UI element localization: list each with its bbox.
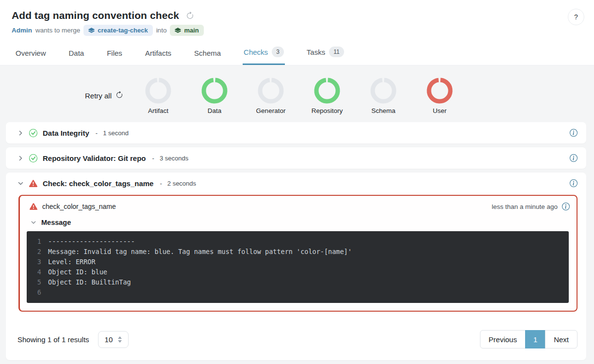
- results-footer: Showing 1 of 1 results 10 Previous 1 Nex…: [6, 322, 586, 360]
- page-size-select[interactable]: 10: [98, 331, 129, 348]
- merge-byline: Admin wants to merge create-tag-check in…: [12, 25, 582, 36]
- code-line: 2Message: Invalid tag name: blue. Tag na…: [33, 247, 563, 257]
- help-button[interactable]: ?: [568, 9, 584, 25]
- merge-text: wants to merge: [35, 27, 80, 34]
- chevron-right-icon[interactable]: [17, 155, 24, 161]
- message-section-toggle[interactable]: Message: [31, 219, 570, 226]
- check-row-color-tags[interactable]: Check: check_color_tags_name - 2 seconds: [6, 173, 586, 194]
- check-row-repository-validator[interactable]: Repository Validator: Git repo - 3 secon…: [6, 147, 586, 169]
- tab-checks[interactable]: Checks 3: [243, 44, 285, 65]
- check-row-data-integrity[interactable]: Data Integrity - 1 second: [6, 122, 586, 143]
- check-card-repository-validator: Repository Validator: Git repo - 3 secon…: [6, 147, 586, 169]
- donut-ring-success: [201, 77, 228, 104]
- info-icon[interactable]: [562, 203, 570, 210]
- branch-layers-icon: [88, 27, 95, 33]
- donut-artifact[interactable]: Artifact: [130, 77, 186, 114]
- check-card-data-integrity: Data Integrity - 1 second: [6, 122, 586, 143]
- target-branch-badge[interactable]: main: [170, 25, 203, 36]
- donut-ring-success: [314, 77, 341, 104]
- code-line: 5Object ID: BuiltinTag: [33, 277, 563, 287]
- tab-schema[interactable]: Schema: [193, 46, 222, 65]
- tab-tasks[interactable]: Tasks 11: [306, 44, 345, 65]
- into-text: into: [156, 27, 167, 34]
- branch-layers-icon: [175, 27, 181, 33]
- tab-files[interactable]: Files: [106, 46, 123, 65]
- success-check-icon: [29, 129, 37, 137]
- info-icon[interactable]: [570, 154, 578, 162]
- error-message-codeblock[interactable]: 1---------------------- 2Message: Invali…: [27, 231, 569, 303]
- chevron-down-icon: [31, 220, 36, 225]
- check-title: Data Integrity: [43, 129, 89, 137]
- tab-overview[interactable]: Overview: [15, 46, 47, 65]
- info-icon[interactable]: [570, 129, 578, 137]
- donut-ring-neutral: [257, 77, 284, 104]
- target-branch-label: main: [184, 27, 198, 34]
- donut-repository[interactable]: Repository: [299, 77, 355, 114]
- code-line: 1----------------------: [33, 237, 563, 247]
- donut-ring-error: [426, 77, 453, 104]
- check-duration: 3 seconds: [160, 155, 188, 162]
- check-duration: 1 second: [103, 129, 129, 137]
- donut-data[interactable]: Data: [186, 77, 243, 114]
- results-count-text: Showing 1 of 1 results: [17, 335, 89, 344]
- retry-icon: [116, 91, 123, 100]
- checks-summary: Retry all Artifact Data Generator Reposi…: [0, 65, 594, 117]
- check-title: Repository Validator: Git repo: [43, 154, 146, 162]
- error-timestamp: less than a minute ago: [492, 203, 558, 210]
- retry-all-button[interactable]: Retry all: [85, 91, 123, 100]
- tab-data[interactable]: Data: [68, 46, 85, 65]
- tab-artifacts[interactable]: Artifacts: [144, 46, 172, 65]
- donut-user[interactable]: User: [412, 77, 468, 114]
- message-section-label: Message: [41, 219, 71, 226]
- select-arrows-icon: [118, 336, 122, 343]
- source-branch-label: create-tag-check: [98, 27, 148, 34]
- donut-schema[interactable]: Schema: [355, 77, 412, 114]
- check-duration: 2 seconds: [167, 180, 196, 187]
- donut-ring-neutral: [370, 77, 397, 104]
- author-link[interactable]: Admin: [12, 27, 32, 34]
- code-line: 6: [33, 287, 563, 298]
- page-title: Add tag naming convention check: [12, 10, 179, 21]
- source-branch-badge[interactable]: create-tag-check: [83, 25, 152, 36]
- tasks-count-badge: 11: [329, 47, 344, 57]
- code-line: 3Level: ERROR: [33, 257, 563, 267]
- check-card-color-tags: Check: check_color_tags_name - 2 seconds…: [6, 173, 586, 360]
- refresh-icon[interactable]: [186, 12, 194, 20]
- checks-count-badge: 3: [272, 47, 284, 57]
- error-triangle-icon: [30, 203, 37, 210]
- chevron-right-icon[interactable]: [17, 130, 24, 136]
- error-detail-panel: check_color_tags_name less than a minute…: [18, 195, 578, 312]
- tab-bar: Overview Data Files Artifacts Schema Che…: [0, 44, 594, 65]
- page-header: Add tag naming convention check ? Admin …: [0, 0, 594, 65]
- chevron-down-icon[interactable]: [17, 180, 24, 187]
- donut-generator[interactable]: Generator: [243, 77, 299, 114]
- success-check-icon: [29, 154, 37, 162]
- previous-page-button[interactable]: Previous: [480, 330, 526, 348]
- donut-ring-neutral: [145, 77, 172, 104]
- error-triangle-icon: [29, 179, 37, 188]
- next-page-button[interactable]: Next: [545, 330, 578, 348]
- error-check-name: check_color_tags_name: [42, 203, 116, 210]
- pagination: Previous 1 Next: [480, 330, 578, 348]
- page-1-button[interactable]: 1: [525, 330, 545, 348]
- code-line: 4Object ID: blue: [33, 267, 563, 277]
- checks-list: Data Integrity - 1 second Repository Val…: [0, 122, 594, 360]
- info-icon[interactable]: [570, 179, 578, 187]
- check-title: Check: check_color_tags_name: [43, 179, 153, 188]
- page-size-value: 10: [105, 335, 113, 344]
